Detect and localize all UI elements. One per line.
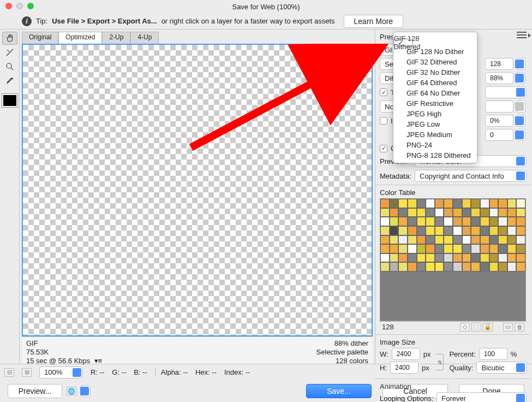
color-cell[interactable] xyxy=(516,217,525,226)
color-cell[interactable] xyxy=(480,226,489,235)
color-cell[interactable] xyxy=(390,235,399,245)
color-cell[interactable] xyxy=(390,199,399,208)
color-cell[interactable] xyxy=(408,199,417,208)
color-cell[interactable] xyxy=(444,217,453,226)
matte-select[interactable] xyxy=(485,86,527,98)
color-cell[interactable] xyxy=(462,262,471,271)
color-cell[interactable] xyxy=(408,226,417,235)
tab-original[interactable]: Original xyxy=(22,32,58,44)
preset-option[interactable]: JPEG Medium xyxy=(393,129,477,140)
color-cell[interactable] xyxy=(471,208,480,217)
color-cell[interactable] xyxy=(507,217,517,226)
color-cell[interactable] xyxy=(480,208,489,217)
color-cell[interactable] xyxy=(426,253,435,263)
color-cell[interactable] xyxy=(498,199,507,208)
color-cell[interactable] xyxy=(417,226,426,235)
color-cell[interactable] xyxy=(435,253,444,263)
color-cell[interactable] xyxy=(435,226,444,235)
color-cell[interactable] xyxy=(453,226,462,235)
colors-stepper[interactable] xyxy=(517,58,525,70)
preset-option[interactable]: GIF 32 No Dither xyxy=(393,67,477,78)
color-cell[interactable] xyxy=(408,253,417,263)
color-cell[interactable] xyxy=(426,226,435,235)
websnap-input[interactable]: 0% xyxy=(485,115,513,127)
preset-option[interactable]: PNG-8 128 Dithered xyxy=(393,150,477,161)
color-cell[interactable] xyxy=(498,262,507,271)
color-cell[interactable] xyxy=(516,262,525,271)
dither-stepper[interactable] xyxy=(517,72,525,84)
ct-icon-1[interactable]: ◇ xyxy=(460,323,470,332)
color-cell[interactable] xyxy=(480,244,489,253)
color-cell[interactable] xyxy=(462,226,471,235)
dither-input[interactable]: 88% xyxy=(485,72,513,84)
color-cell[interactable] xyxy=(498,244,507,253)
color-cell[interactable] xyxy=(435,235,444,245)
color-cell[interactable] xyxy=(507,199,517,208)
color-cell[interactable] xyxy=(489,235,499,245)
color-cell[interactable] xyxy=(390,253,399,263)
color-cell[interactable] xyxy=(398,208,408,217)
color-cell[interactable] xyxy=(480,262,489,271)
zoom-window[interactable] xyxy=(27,3,34,9)
color-cell[interactable] xyxy=(453,217,462,226)
color-cell[interactable] xyxy=(516,208,525,217)
color-cell[interactable] xyxy=(380,217,390,226)
color-cell[interactable] xyxy=(453,253,462,263)
color-cell[interactable] xyxy=(408,244,417,253)
color-cell[interactable] xyxy=(390,244,399,253)
browser-icon[interactable]: 🌐 xyxy=(67,387,76,395)
color-cell[interactable] xyxy=(426,208,435,217)
tab-2up[interactable]: 2-Up xyxy=(102,32,130,44)
color-cell[interactable] xyxy=(444,262,453,271)
color-cell[interactable] xyxy=(489,217,499,226)
color-cell[interactable] xyxy=(417,244,426,253)
color-cell[interactable] xyxy=(471,199,480,208)
ct-icon-2[interactable]: ⬚ xyxy=(471,323,481,332)
transparency-check[interactable]: ✓ xyxy=(380,88,387,96)
color-cell[interactable] xyxy=(444,208,453,217)
color-swatch[interactable] xyxy=(2,94,17,107)
color-cell[interactable] xyxy=(507,244,517,253)
color-cell[interactable] xyxy=(444,235,453,245)
color-cell[interactable] xyxy=(516,253,525,263)
color-cell[interactable] xyxy=(417,253,426,263)
color-cell[interactable] xyxy=(480,235,489,245)
color-cell[interactable] xyxy=(516,226,525,235)
lossy-input[interactable]: 0 xyxy=(485,129,513,141)
eyedropper-tool[interactable] xyxy=(2,74,17,87)
save-button[interactable]: Save... xyxy=(306,384,372,398)
color-cell[interactable] xyxy=(462,199,471,208)
color-cell[interactable] xyxy=(462,235,471,245)
color-cell[interactable] xyxy=(498,253,507,263)
color-cell[interactable] xyxy=(408,262,417,271)
color-cell[interactable] xyxy=(380,262,390,271)
color-cell[interactable] xyxy=(426,217,435,226)
color-cell[interactable] xyxy=(390,208,399,217)
color-cell[interactable] xyxy=(480,217,489,226)
preset-option[interactable]: GIF 128 No Dither xyxy=(393,46,477,57)
color-cell[interactable] xyxy=(380,199,390,208)
color-cell[interactable] xyxy=(462,253,471,263)
color-cell[interactable] xyxy=(435,262,444,271)
color-cell[interactable] xyxy=(398,244,408,253)
color-cell[interactable] xyxy=(489,253,499,263)
color-cell[interactable] xyxy=(398,262,408,271)
quality-select[interactable]: Bicubic xyxy=(476,362,527,374)
color-cell[interactable] xyxy=(462,208,471,217)
color-cell[interactable] xyxy=(453,199,462,208)
color-cell[interactable] xyxy=(417,217,426,226)
height-input[interactable]: 2400 xyxy=(390,362,419,374)
color-cell[interactable] xyxy=(426,235,435,245)
color-cell[interactable] xyxy=(435,208,444,217)
ct-lock-icon[interactable]: 🔒 xyxy=(483,323,493,332)
learn-more-button[interactable]: Learn More xyxy=(344,15,404,28)
color-cell[interactable] xyxy=(516,235,525,245)
color-cell[interactable] xyxy=(453,235,462,245)
color-cell[interactable] xyxy=(426,199,435,208)
color-cell[interactable] xyxy=(398,226,408,235)
color-cell[interactable] xyxy=(398,253,408,263)
zoom-tool[interactable] xyxy=(2,60,17,73)
color-cell[interactable] xyxy=(516,244,525,253)
color-cell[interactable] xyxy=(398,199,408,208)
hand-tool[interactable] xyxy=(2,32,17,45)
